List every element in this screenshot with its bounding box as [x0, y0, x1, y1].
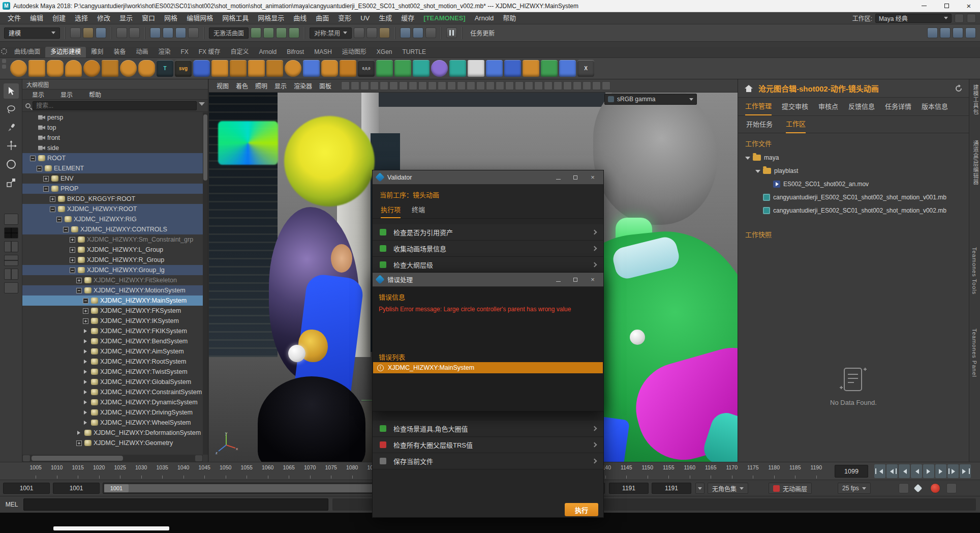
- file-tree-row[interactable]: cangyuantudierji_ES002_SC01_shot002_shot…: [738, 204, 969, 217]
- grease-pencil-icon[interactable]: [399, 81, 408, 90]
- four-pane-layout-button[interactable]: [4, 227, 18, 239]
- chevron-right-icon[interactable]: [592, 230, 597, 235]
- menu-set-selector[interactable]: 建模: [4, 27, 60, 39]
- character-set-menu-caret[interactable]: [695, 483, 705, 494]
- menu-item[interactable]: 生成: [374, 12, 396, 24]
- isolate-select-icon[interactable]: [583, 81, 591, 90]
- menu-item[interactable]: 选择: [70, 12, 93, 24]
- poly-cube-icon[interactable]: [28, 60, 45, 77]
- expand-toggle-icon[interactable]: [70, 247, 75, 253]
- expand-toggle-icon[interactable]: [83, 298, 88, 304]
- shadows-toggle-icon[interactable]: [534, 81, 543, 90]
- outliner-row[interactable]: XJDMC_HIZWXY:IKSystem: [22, 316, 203, 326]
- validator-titlebar[interactable]: Validator ×: [373, 170, 603, 185]
- select-tool[interactable]: [4, 83, 19, 99]
- safe-action-icon[interactable]: [457, 81, 466, 90]
- validation-check-row[interactable]: 检查所有大圈父层级TRS值: [373, 437, 603, 453]
- lasso-tool[interactable]: [4, 102, 19, 117]
- persp-outliner-layout-button[interactable]: [4, 269, 18, 280]
- average-vertices-icon[interactable]: [413, 60, 430, 77]
- render-settings-icon[interactable]: [425, 27, 436, 38]
- boolean-union-icon[interactable]: [211, 60, 228, 77]
- task-panel-tab[interactable]: 审核点: [818, 98, 838, 115]
- snap-to-curve-icon[interactable]: [263, 27, 274, 38]
- expand-toggle-icon[interactable]: [76, 288, 82, 293]
- attribute-editor-toggle[interactable]: [940, 27, 951, 38]
- outliner-row[interactable]: XJDMC_HIZWXY:L_Group: [22, 245, 203, 255]
- command-language-label[interactable]: MEL: [0, 501, 23, 508]
- move-tool[interactable]: [4, 138, 19, 154]
- viewport-menu-item[interactable]: 面板: [316, 81, 335, 90]
- menu-item[interactable]: 创建: [48, 12, 70, 24]
- refresh-icon[interactable]: [955, 84, 963, 93]
- menu-item[interactable]: 修改: [93, 12, 115, 24]
- expand-toggle-icon[interactable]: [43, 176, 49, 182]
- task-panel-subtab[interactable]: 开始任务: [746, 116, 773, 133]
- range-start-handle[interactable]: 1001: [104, 484, 129, 492]
- outliner-row[interactable]: PROP: [22, 184, 203, 194]
- poly-disc-icon[interactable]: [120, 60, 137, 77]
- outliner-row[interactable]: XJDMC_HIZWXY:Sm_Constraint_grp: [22, 234, 203, 245]
- animation-preferences-icon[interactable]: [946, 483, 957, 493]
- error-list-item[interactable]: ! XJDMC_HIZWXY:MainSystem: [373, 362, 603, 373]
- outliner-row[interactable]: XJDMC_HIZWXY:BendSystem: [22, 336, 203, 346]
- grid-toggle-icon[interactable]: [409, 81, 417, 90]
- scroll-left-arrow[interactable]: [23, 455, 30, 461]
- task-panel-subtab[interactable]: 工作区: [786, 115, 806, 133]
- outliner-row[interactable]: XJDMC_HIZWXY:FKIKSystem: [22, 326, 203, 336]
- workspace-save-icon[interactable]: [955, 14, 964, 23]
- playback-end-field[interactable]: 1191: [609, 483, 649, 494]
- snap-to-point-icon[interactable]: [276, 27, 287, 38]
- shelf-tab[interactable]: Bifrost: [282, 47, 309, 57]
- quad-draw-icon[interactable]: [449, 60, 466, 77]
- frame-all-icon[interactable]: [476, 81, 485, 90]
- smooth-icon[interactable]: [285, 60, 301, 77]
- select-component-icon[interactable]: [175, 27, 186, 38]
- shelf-tab[interactable]: 运动图形: [337, 47, 372, 57]
- film-gate-icon[interactable]: [418, 81, 427, 90]
- file-tree-row[interactable]: ES002_SC01_shot002_an.mov: [738, 177, 969, 191]
- scale-tool[interactable]: [4, 175, 19, 190]
- outliner-row[interactable]: side: [22, 143, 203, 153]
- ipr-render-icon[interactable]: [413, 27, 423, 38]
- play-forward-button[interactable]: [923, 464, 934, 478]
- step-back-key-button[interactable]: [899, 464, 910, 478]
- side-strip-tab[interactable]: Teamones Tools: [971, 247, 977, 294]
- field-chart-icon[interactable]: [447, 81, 456, 90]
- outliner-row[interactable]: XJDMC_HIZWXY:DynamicSystem: [22, 397, 203, 407]
- shelf-tab[interactable]: XGen: [372, 47, 397, 57]
- viewport-menu-item[interactable]: 照明: [252, 81, 271, 90]
- current-frame-field[interactable]: 1099: [835, 465, 868, 478]
- menu-item[interactable]: 网格显示: [253, 12, 289, 24]
- viewport-menu-item[interactable]: 着色: [232, 81, 252, 90]
- symmetry-icon[interactable]: [394, 60, 411, 77]
- expand-toggle-icon[interactable]: [50, 206, 55, 212]
- expand-toggle-icon[interactable]: [30, 156, 36, 161]
- lattice-icon[interactable]: [559, 60, 576, 77]
- expand-toggle-icon[interactable]: [83, 369, 88, 375]
- outliner-menu-item[interactable]: 显示: [28, 90, 48, 99]
- outliner-row[interactable]: XJDMC_HIZWXY:AimSystem: [22, 346, 203, 357]
- new-scene-icon[interactable]: [70, 27, 81, 38]
- paint-select-tool[interactable]: [4, 120, 19, 135]
- auto-keyframe-button[interactable]: [930, 483, 940, 493]
- gamma-icon[interactable]: [602, 81, 610, 90]
- shelf-gear-icon[interactable]: [1, 48, 7, 54]
- outliner-row[interactable]: XJDMC_HIZWXY:WheelSystem: [22, 418, 203, 428]
- multi-cut-icon[interactable]: [468, 60, 484, 77]
- outliner-row[interactable]: persp: [22, 112, 203, 123]
- shelf-tab[interactable]: FX: [175, 47, 193, 57]
- chevron-right-icon[interactable]: [592, 426, 597, 431]
- maximize-button[interactable]: [935, 0, 958, 12]
- shelf-tab[interactable]: 动画: [131, 47, 153, 57]
- outliner-row[interactable]: XJDMC_HIZWXY:FitSkeleton: [22, 275, 203, 285]
- type-tool-icon[interactable]: T: [157, 60, 173, 77]
- file-tree-row[interactable]: cangyuantudierji_ES002_SC01_shot002_shot…: [738, 191, 969, 204]
- sculpt-icon[interactable]: [431, 60, 448, 77]
- menu-item[interactable]: 变形: [333, 12, 356, 24]
- side-strip-tab[interactable]: 通道盒/层编辑器: [971, 140, 979, 185]
- expand-toggle-icon[interactable]: [50, 196, 55, 202]
- menu-item[interactable]: 网格工具: [218, 12, 253, 24]
- outliner-row[interactable]: XJDMC_HIZWXY:RIG: [22, 214, 203, 224]
- outliner-row[interactable]: XJDMC_HIZWXY:GlobalSystem: [22, 377, 203, 387]
